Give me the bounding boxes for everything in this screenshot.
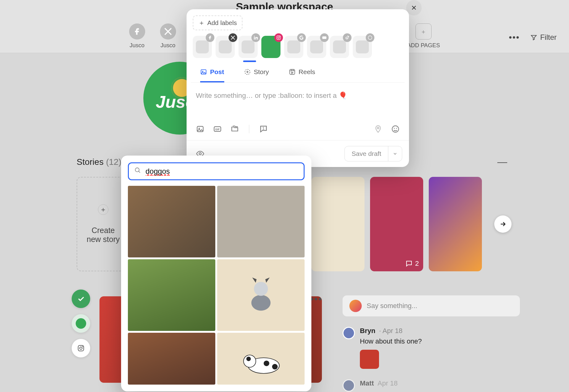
gif-results-grid xyxy=(128,186,305,385)
folder-icon xyxy=(230,125,239,133)
gif-result[interactable] xyxy=(128,186,215,257)
comment-author: Matt xyxy=(360,379,374,387)
story-card[interactable] xyxy=(429,177,482,271)
compose-modal: ＋ Add labels Post Story Reels Write some… xyxy=(187,9,409,167)
gif-result[interactable] xyxy=(128,259,215,331)
facebook-icon xyxy=(133,27,141,36)
filter-button[interactable]: Filter xyxy=(530,33,557,42)
stories-next-button[interactable] xyxy=(494,215,512,233)
comment-body: How about this one? xyxy=(360,337,422,345)
svg-point-17 xyxy=(368,36,372,40)
location-button[interactable] xyxy=(373,124,383,134)
compose-tabs: Post Story Reels xyxy=(191,62,405,83)
gif-result[interactable] xyxy=(128,333,215,385)
svg-point-19 xyxy=(202,71,203,72)
plus-icon: ＋ xyxy=(98,204,108,215)
location-icon xyxy=(374,125,382,133)
tab-post-label: Post xyxy=(210,68,224,76)
svg-rect-21 xyxy=(289,69,295,75)
svg-text:GIF: GIF xyxy=(215,128,220,131)
reels-icon xyxy=(289,69,296,75)
toolbar-divider xyxy=(249,125,249,133)
account-instagram-active[interactable] xyxy=(261,36,280,58)
search-icon xyxy=(134,167,141,176)
story-icon xyxy=(244,69,251,75)
add-labels-button[interactable]: ＋ Add labels xyxy=(193,15,242,30)
image-icon xyxy=(200,69,207,75)
save-draft-dropdown[interactable] xyxy=(388,146,402,161)
add-pages-label: ADD PAGES xyxy=(407,42,440,49)
emoji-button[interactable] xyxy=(390,124,400,134)
comment-count-button[interactable]: 1 xyxy=(259,124,268,134)
account-youtube[interactable] xyxy=(307,36,326,58)
compose-textarea[interactable]: Write something… or type :balloon: to in… xyxy=(187,83,409,123)
close-icon xyxy=(411,5,417,11)
compose-accounts-row xyxy=(193,36,407,58)
story-card[interactable]: 2 xyxy=(370,177,423,271)
gif-search-input[interactable] xyxy=(145,167,298,176)
svg-point-35 xyxy=(243,355,256,367)
tab-story[interactable]: Story xyxy=(244,68,269,82)
add-labels-label: Add labels xyxy=(207,19,237,27)
create-story-label-2: new story xyxy=(87,235,120,244)
svg-point-12 xyxy=(254,36,255,37)
x-icon xyxy=(164,27,172,36)
brand-chip[interactable] xyxy=(72,314,90,333)
comments-panel: Say something... Bryn · Apr 18 How about… xyxy=(339,292,524,392)
approve-button[interactable] xyxy=(72,290,90,308)
svg-point-28 xyxy=(394,128,395,129)
add-pages-button[interactable]: ＋ ADD PAGES xyxy=(407,23,440,49)
svg-point-10 xyxy=(82,346,83,347)
svg-point-37 xyxy=(264,361,269,366)
gif-result[interactable] xyxy=(217,259,305,331)
tab-reels[interactable]: Reels xyxy=(289,68,315,82)
gif-icon: GIF xyxy=(213,125,222,133)
channel-facebook[interactable]: Jusco xyxy=(129,23,145,49)
account-tiktok[interactable] xyxy=(330,36,349,58)
comment-input[interactable]: Say something... xyxy=(343,295,520,316)
media-library-button[interactable] xyxy=(230,124,240,134)
svg-point-33 xyxy=(254,282,268,296)
stories-title: Stories xyxy=(77,157,103,167)
save-draft-button[interactable]: Save draft xyxy=(344,146,402,161)
svg-point-29 xyxy=(396,128,397,129)
gif-search-field[interactable] xyxy=(128,162,305,180)
svg-point-38 xyxy=(272,364,278,369)
svg-rect-11 xyxy=(254,37,255,40)
account-pinterest[interactable] xyxy=(353,36,372,58)
instagram-icon xyxy=(77,344,85,352)
svg-rect-16 xyxy=(322,36,326,39)
close-button[interactable] xyxy=(406,0,422,15)
gif-search-popover xyxy=(121,156,311,391)
comment-author: Bryn xyxy=(360,327,375,335)
account-linkedin[interactable] xyxy=(238,36,258,58)
tab-post[interactable]: Post xyxy=(200,68,224,82)
gif-result[interactable] xyxy=(217,333,305,385)
svg-point-32 xyxy=(251,295,270,311)
account-x[interactable] xyxy=(216,36,235,58)
instagram-chip[interactable] xyxy=(72,339,90,357)
stories-count: (12) xyxy=(106,157,121,167)
gif-result[interactable] xyxy=(217,186,305,257)
channel-label: Jusco xyxy=(130,42,145,49)
story-comment-badge: 2 xyxy=(405,260,419,268)
story-card[interactable] xyxy=(311,177,365,271)
comment-input-placeholder: Say something... xyxy=(367,302,417,310)
comment-attachment[interactable] xyxy=(360,350,379,369)
add-gif-button[interactable]: GIF xyxy=(213,124,222,134)
account-google[interactable] xyxy=(284,36,303,58)
more-menu-icon[interactable]: ••• xyxy=(509,32,520,42)
svg-point-23 xyxy=(199,128,200,129)
emoji-icon xyxy=(391,125,400,133)
add-image-button[interactable] xyxy=(195,124,205,134)
avatar xyxy=(343,327,355,339)
svg-point-30 xyxy=(199,153,201,155)
account-facebook[interactable] xyxy=(193,36,212,58)
svg-point-14 xyxy=(278,37,279,38)
channel-label: Jusco xyxy=(161,42,175,49)
comment-date: · Apr 18 xyxy=(379,327,403,335)
chevron-down-icon xyxy=(393,151,398,156)
post-more-icon[interactable]: ••• xyxy=(310,294,323,304)
section-collapse-icon[interactable]: — xyxy=(497,156,507,168)
channel-x[interactable]: Jusco xyxy=(160,23,176,49)
